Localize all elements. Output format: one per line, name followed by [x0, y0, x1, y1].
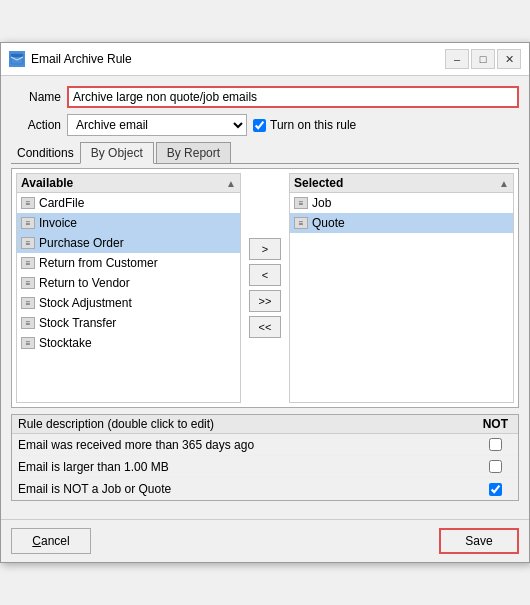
turn-on-label[interactable]: Turn on this rule: [253, 118, 356, 132]
list-item[interactable]: Stock Adjustment: [17, 293, 240, 313]
list-item[interactable]: Return from Customer: [17, 253, 240, 273]
item-icon: [21, 297, 35, 309]
window-content: Name Action Archive email Delete email M…: [1, 76, 529, 511]
not-cell-3: [482, 483, 512, 496]
item-icon: [21, 317, 35, 329]
list-item[interactable]: Quote: [290, 213, 513, 233]
list-item[interactable]: Purchase Order: [17, 233, 240, 253]
transfer-buttons: > < >> <<: [245, 173, 285, 403]
rule-desc-text-2: Email is larger than 1.00 MB: [18, 460, 169, 474]
rule-desc-header-text: Rule description (double click to edit): [18, 417, 214, 431]
action-select[interactable]: Archive email Delete email Move email: [67, 114, 247, 136]
tab-by-object[interactable]: By Object: [80, 142, 154, 164]
rule-desc-row-1: Email was received more than 365 days ag…: [12, 434, 518, 456]
item-label: CardFile: [39, 196, 84, 210]
save-button[interactable]: Save: [439, 528, 519, 554]
minimize-button[interactable]: –: [445, 49, 469, 69]
not-checkbox-3[interactable]: [489, 483, 502, 496]
rule-desc-text-3: Email is NOT a Job or Quote: [18, 482, 171, 496]
tabs-header: Conditions By Object By Report: [11, 142, 519, 164]
item-label: Purchase Order: [39, 236, 124, 250]
not-checkbox-1[interactable]: [489, 438, 502, 451]
item-label: Quote: [312, 216, 345, 230]
selected-list-body[interactable]: Job Quote: [290, 193, 513, 402]
selected-header-label: Selected: [294, 176, 343, 190]
list-item[interactable]: Invoice: [17, 213, 240, 233]
window-icon: [9, 51, 25, 67]
item-label: Job: [312, 196, 331, 210]
title-bar-left: Email Archive Rule: [9, 51, 132, 67]
list-item[interactable]: CardFile: [17, 193, 240, 213]
maximize-button[interactable]: □: [471, 49, 495, 69]
window-controls: – □ ✕: [445, 49, 521, 69]
item-icon: [21, 257, 35, 269]
list-item[interactable]: Job: [290, 193, 513, 213]
rule-desc-text-1: Email was received more than 365 days ag…: [18, 438, 254, 452]
rule-desc-header: Rule description (double click to edit) …: [12, 415, 518, 434]
move-left-button[interactable]: <: [249, 264, 281, 286]
list-item[interactable]: Return to Vendor: [17, 273, 240, 293]
selected-list-panel: Selected ▲ Job Quote: [289, 173, 514, 403]
not-cell-2: [482, 460, 512, 473]
name-input[interactable]: [67, 86, 519, 108]
footer: Cancel Save: [1, 519, 529, 562]
lists-area: Available ▲ CardFile Invoice Purchase Or…: [11, 168, 519, 408]
item-icon: [294, 197, 308, 209]
item-label: Return to Vendor: [39, 276, 130, 290]
action-label: Action: [11, 118, 61, 132]
item-label: Stocktake: [39, 336, 92, 350]
svg-rect-1: [11, 54, 23, 57]
move-all-right-button[interactable]: >>: [249, 290, 281, 312]
name-row: Name: [11, 86, 519, 108]
turn-on-checkbox[interactable]: [253, 119, 266, 132]
item-label: Return from Customer: [39, 256, 158, 270]
item-icon: [21, 197, 35, 209]
cancel-button[interactable]: Cancel: [11, 528, 91, 554]
title-bar: Email Archive Rule – □ ✕: [1, 43, 529, 76]
item-label: Stock Transfer: [39, 316, 116, 330]
available-list-header: Available ▲: [17, 174, 240, 193]
tab-by-report[interactable]: By Report: [156, 142, 231, 163]
available-sort-icon: ▲: [226, 178, 236, 189]
item-icon: [21, 337, 35, 349]
item-label: Invoice: [39, 216, 77, 230]
rule-desc-row-2: Email is larger than 1.00 MB: [12, 456, 518, 478]
action-row: Action Archive email Delete email Move e…: [11, 114, 519, 136]
available-header-label: Available: [21, 176, 73, 190]
item-icon: [294, 217, 308, 229]
available-list-panel: Available ▲ CardFile Invoice Purchase Or…: [16, 173, 241, 403]
list-item[interactable]: Stock Transfer: [17, 313, 240, 333]
close-button[interactable]: ✕: [497, 49, 521, 69]
available-list-body[interactable]: CardFile Invoice Purchase Order Return f…: [17, 193, 240, 402]
not-label: NOT: [483, 417, 512, 431]
cancel-label: Cancel: [32, 534, 69, 548]
conditions-label: Conditions: [11, 143, 80, 163]
not-cell-1: [482, 438, 512, 451]
list-item[interactable]: Stocktake: [17, 333, 240, 353]
rule-desc-row-3: Email is NOT a Job or Quote: [12, 478, 518, 500]
tabs-container: Conditions By Object By Report: [11, 142, 519, 164]
item-icon: [21, 277, 35, 289]
name-label: Name: [11, 90, 61, 104]
rule-description: Rule description (double click to edit) …: [11, 414, 519, 501]
item-icon: [21, 217, 35, 229]
move-all-left-button[interactable]: <<: [249, 316, 281, 338]
email-archive-rule-window: Email Archive Rule – □ ✕ Name Action Arc…: [0, 42, 530, 563]
selected-sort-icon: ▲: [499, 178, 509, 189]
window-title: Email Archive Rule: [31, 52, 132, 66]
move-right-button[interactable]: >: [249, 238, 281, 260]
turn-on-text: Turn on this rule: [270, 118, 356, 132]
selected-list-header: Selected ▲: [290, 174, 513, 193]
item-label: Stock Adjustment: [39, 296, 132, 310]
item-icon: [21, 237, 35, 249]
not-checkbox-2[interactable]: [489, 460, 502, 473]
